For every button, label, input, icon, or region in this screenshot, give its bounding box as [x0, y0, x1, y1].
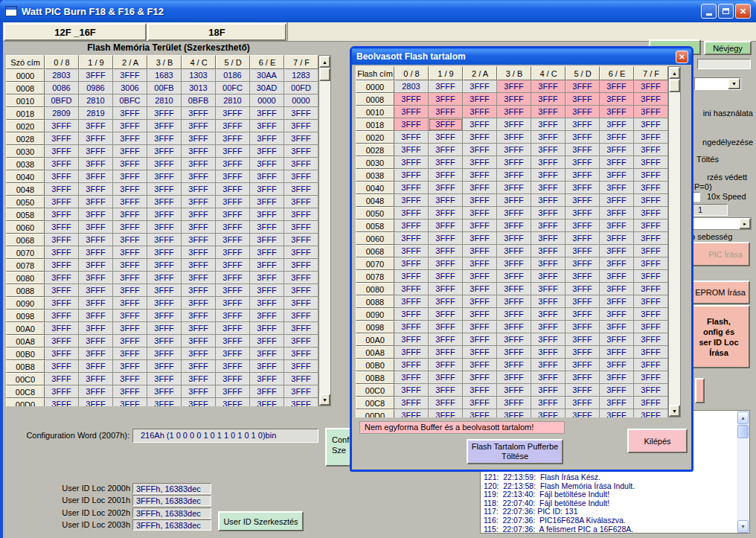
hex-cell[interactable]: 3FFF: [531, 346, 566, 359]
hex-cell[interactable]: 3FFF: [182, 183, 216, 196]
hex-cell[interactable]: 3FFF: [634, 371, 668, 384]
hex-cell[interactable]: 3FFF: [113, 221, 147, 234]
hex-cell[interactable]: 3FFF: [147, 132, 182, 145]
hex-cell[interactable]: 3FFF: [497, 245, 531, 257]
hex-cell[interactable]: 3FFF: [216, 310, 250, 322]
maximize-button[interactable]: [718, 4, 734, 19]
hex-cell[interactable]: 3FFF: [182, 284, 216, 297]
hex-cell[interactable]: 3FFF: [394, 346, 429, 359]
user-id-edit-button[interactable]: User ID Szerkesztés: [218, 511, 304, 531]
hex-cell[interactable]: 3FFF: [600, 371, 634, 384]
hex-cell[interactable]: 3FFF: [497, 182, 531, 194]
hex-cell[interactable]: 3FFF: [79, 297, 113, 310]
hex-cell[interactable]: 3FFF: [531, 270, 566, 283]
hex-cell[interactable]: 3FFF: [429, 93, 463, 106]
hex-cell[interactable]: 3FFF: [531, 118, 566, 131]
hex-cell[interactable]: 3FFF: [216, 221, 250, 234]
hex-cell[interactable]: 3FFF: [429, 270, 463, 283]
hex-cell[interactable]: 3FFF: [79, 310, 113, 322]
hex-cell[interactable]: 3FFF: [284, 398, 318, 406]
hex-cell[interactable]: 3FFF: [566, 220, 600, 232]
hex-cell[interactable]: 3FFF: [566, 169, 600, 182]
hex-cell[interactable]: 3FFF: [284, 196, 318, 208]
hex-cell[interactable]: 3FFF: [216, 385, 250, 398]
exit-button[interactable]: Kilépés: [627, 429, 688, 453]
empty-text-field[interactable]: [697, 59, 751, 69]
log-scroll-down-icon[interactable]: ▼: [737, 520, 749, 533]
hex-cell[interactable]: 3FFF: [463, 384, 497, 397]
hex-cell[interactable]: 3FFF: [600, 321, 634, 333]
hex-cell[interactable]: 3FFF: [113, 310, 147, 322]
hex-cell[interactable]: 0086: [45, 82, 79, 95]
hex-cell[interactable]: 3FFF: [463, 131, 497, 144]
hex-cell[interactable]: 3FFF: [79, 69, 113, 82]
hex-cell[interactable]: 3FFF: [250, 335, 284, 348]
hex-cell[interactable]: 3FFF: [634, 232, 668, 245]
hex-cell[interactable]: 3FFF: [531, 106, 566, 118]
hex-cell[interactable]: 3FFF: [250, 398, 284, 406]
hex-cell[interactable]: 3FFF: [147, 297, 182, 310]
hex-cell[interactable]: 3FFF: [600, 106, 634, 118]
hex-cell[interactable]: 3FFF: [463, 169, 497, 182]
hex-cell[interactable]: 3FFF: [113, 385, 147, 398]
hex-cell[interactable]: 3FFF: [79, 196, 113, 208]
hex-cell[interactable]: 3FFF: [600, 295, 634, 308]
hex-cell[interactable]: 3FFF: [284, 310, 318, 322]
hex-cell[interactable]: 3FFF: [182, 196, 216, 208]
hex-cell[interactable]: 3FFF: [147, 145, 182, 158]
hex-cell[interactable]: 3FFF: [284, 360, 318, 373]
hex-cell[interactable]: 3FFF: [250, 348, 284, 360]
hex-cell[interactable]: 3FFF: [250, 158, 284, 170]
hex-cell[interactable]: 3FFF: [429, 397, 463, 409]
close-button[interactable]: ✕: [735, 4, 751, 19]
hex-cell[interactable]: 3FFF: [79, 385, 113, 398]
hex-cell[interactable]: 3FFF: [113, 246, 147, 259]
hex-cell[interactable]: 3FFF: [429, 156, 463, 169]
arrow-right-icon[interactable]: ►: [739, 218, 751, 229]
hex-cell[interactable]: 3FFF: [566, 106, 600, 118]
hex-cell[interactable]: 3FFF: [463, 270, 497, 283]
hex-cell[interactable]: 3FFF: [45, 208, 79, 221]
hex-cell[interactable]: 3FFF: [566, 333, 600, 346]
hex-cell[interactable]: 3FFF: [566, 346, 600, 359]
hex-cell[interactable]: 3FFF: [394, 359, 429, 371]
hex-cell[interactable]: 3FFF: [182, 398, 216, 406]
hex-cell[interactable]: 3FFF: [79, 398, 113, 406]
hex-cell[interactable]: 3FFF: [634, 333, 668, 346]
hex-cell[interactable]: 3FFF: [394, 321, 429, 333]
hex-cell[interactable]: 3FFF: [284, 107, 318, 120]
scroll-down-icon[interactable]: ▼: [669, 405, 680, 417]
hex-cell[interactable]: 30AA: [250, 69, 284, 82]
hex-cell[interactable]: 0BFD: [45, 95, 79, 107]
hex-cell[interactable]: 3FFF: [566, 245, 600, 257]
hex-cell[interactable]: 3FFF: [394, 257, 429, 270]
hex-cell[interactable]: 3FFF: [634, 131, 668, 144]
hex-cell[interactable]: 3FFF: [497, 220, 531, 232]
hex-cell[interactable]: 3FFF: [182, 107, 216, 120]
hex-cell[interactable]: 3FFF: [531, 93, 566, 106]
hex-cell[interactable]: 3FFF: [147, 196, 182, 208]
hex-cell[interactable]: 3FFF: [113, 69, 147, 82]
user-id-field[interactable]: 3FFFh, 16383dec: [132, 495, 211, 506]
speed-slider[interactable]: ►: [688, 217, 752, 230]
hex-cell[interactable]: 3FFF: [463, 295, 497, 308]
hex-cell[interactable]: 00FD: [284, 82, 318, 95]
hex-cell[interactable]: 3FFF: [531, 220, 566, 232]
hex-cell[interactable]: 3FFF: [147, 170, 182, 183]
hex-cell[interactable]: 3FFF: [182, 234, 216, 246]
hex-cell[interactable]: 3FFF: [79, 132, 113, 145]
scroll-thumb[interactable]: [319, 68, 330, 81]
hex-cell[interactable]: 3FFF: [566, 270, 600, 283]
hex-cell[interactable]: 2810: [79, 95, 113, 107]
hex-cell[interactable]: 3FFF: [531, 333, 566, 346]
hex-cell[interactable]: 3FFF: [284, 132, 318, 145]
hex-cell[interactable]: 3FFF: [216, 145, 250, 158]
hex-cell[interactable]: 3FFF: [216, 398, 250, 406]
hex-cell[interactable]: 3FFF: [284, 335, 318, 348]
hex-cell[interactable]: 00FB: [147, 82, 182, 95]
hex-cell[interactable]: 3FFF: [147, 398, 182, 406]
log-scroll-up-icon[interactable]: ▲: [737, 411, 749, 424]
log-scroll-thumb[interactable]: [737, 425, 749, 438]
hex-cell[interactable]: 3FFF: [216, 170, 250, 183]
hex-cell[interactable]: 3FFF: [634, 93, 668, 106]
